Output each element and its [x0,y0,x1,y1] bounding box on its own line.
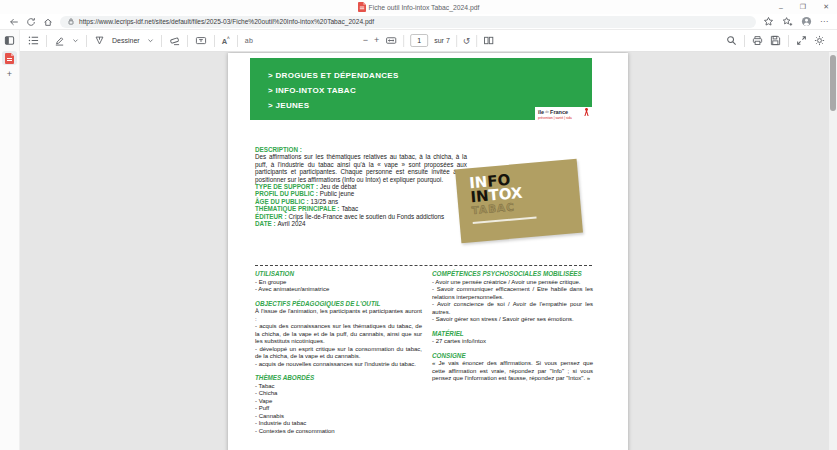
competences-list: - Avoir une pensée créatrice / Avoir une… [432,279,593,324]
save-icon[interactable] [770,35,781,46]
draw-pen-icon[interactable] [94,35,105,46]
consigne-body: « Je vais énoncer des affirmations. Si v… [432,360,593,383]
search-icon[interactable] [726,35,737,46]
add-text-icon[interactable]: A^ [222,36,230,46]
list-item: - acquis des connaissances sur les théma… [255,323,422,346]
list-item: - Puff [255,405,422,413]
page-number-input[interactable] [410,34,428,47]
toolbar-divider [86,35,87,47]
favorite-star-icon[interactable] [763,16,774,27]
left-column: UTILISATION - En groupe- Avec animateur/… [255,270,422,441]
description-field: THÉMATIQUE PRINCIPALE :Tabac [255,205,467,212]
dotted-separator [255,265,592,266]
browser-titlebar: Fiche outil Info-intox Tabac_2024.pdf – … [0,0,837,14]
red-ribbon-icon [584,108,589,116]
list-item: - acquis de nouvelles connaissances sur … [255,361,422,369]
home-button[interactable] [43,17,53,27]
print-icon[interactable] [752,35,763,46]
list-item: - Tabac [255,383,422,391]
logo-text: de [545,110,549,114]
read-aloud-icon[interactable]: ab [245,37,254,44]
scrollbar-thumb[interactable] [830,55,836,111]
maximize-button[interactable]: ❐ [800,3,806,11]
toolbar-divider [187,35,188,47]
logo-text: île [538,109,544,115]
list-item: - Savoir communiquer efficacement / Etre… [432,286,593,301]
eraser-icon[interactable] [169,35,180,46]
themes-title: THÈMES ABORDÉS [255,374,422,383]
url-text: https://www.lecrips-idf.net/sites/defaul… [79,18,374,25]
toolbar-divider [46,35,47,47]
text-box-icon[interactable] [195,35,207,46]
pdf-toolbar: Dessiner A^ ab − + [20,30,837,52]
settings-gear-icon[interactable] [814,35,825,46]
logo-tagline: prévention | santé | sida [538,116,589,120]
toolbar-divider [403,35,404,47]
toolbar-divider [214,35,215,47]
page-view-icon[interactable] [483,35,494,46]
minimize-button[interactable]: – [779,4,783,11]
toolbar-divider [237,35,238,47]
description-field: DATE :Avril 2024 [255,220,467,227]
logo-text: France [550,109,568,115]
toolbar-divider [744,35,745,47]
description-field: ÉDITEUR :Crips Île-de-France avec le sou… [255,213,467,220]
utilisation-list: - En groupe- Avec animateur/animatrice [255,279,422,294]
list-item: - Avec animateur/animatrice [255,286,422,294]
highlight-chevron-icon[interactable] [72,37,79,44]
description-field: PROFIL DU PUBLIC :Public jeune [255,190,467,197]
fit-to-width-icon[interactable] [385,35,397,46]
close-button[interactable]: ✕ [823,3,829,11]
list-item: - 27 cartes info/intox [432,338,593,346]
url-field[interactable]: https://www.lecrips-idf.net/sites/defaul… [60,16,756,28]
table-of-contents-icon[interactable] [28,35,39,46]
right-column: COMPÉTENCES PSYCHOSOCIALES MOBILISÉES - … [432,270,593,441]
list-item: - Savoir gérer son stress / Savoir gérer… [432,316,593,324]
expand-icon[interactable] [796,35,807,46]
list-item: - Cannabis [255,413,422,421]
list-item: - En groupe [255,279,422,287]
address-bar: https://www.lecrips-idf.net/sites/defaul… [0,14,837,30]
card-caption-line [473,217,537,225]
add-to-collections-icon[interactable] [782,16,793,27]
list-item: - développé un esprit critique sur la co… [255,346,422,361]
active-tab[interactable]: Fiche outil Info-intox Tabac_2024.pdf [358,2,480,12]
back-button[interactable] [9,17,19,27]
draw-chevron-icon[interactable] [147,37,154,44]
description-field: TYPE DE SUPPORT :Jeu de débat [255,183,467,190]
objectifs-intro: À l'issue de l'animation, les participan… [255,308,422,323]
tab-title: Fiche outil Info-intox Tabac_2024.pdf [369,4,480,11]
ile-de-france-logo: île de France prévention | santé | sida [535,107,592,120]
list-item: - Industrie du tabac [255,420,422,428]
rail-pdf-tab[interactable] [2,51,17,65]
list-item: - Chicha [255,390,422,398]
utilisation-title: UTILISATION [255,270,422,279]
objectifs-list: - acquis des connaissances sur les théma… [255,323,422,368]
header-line: > DROGUES ET DÉPENDANCES [268,68,592,83]
zoom-in-button[interactable]: + [374,36,379,45]
viewer-scrollbar[interactable] [829,52,837,450]
pane-toggle-icon[interactable] [4,35,15,46]
materiel-list: - 27 cartes info/intox [432,338,593,346]
toolbar-divider [161,35,162,47]
page-count-label: sur 7 [434,37,450,44]
header-line: > INFO-INTOX TABAC [268,83,592,98]
toolbar-divider [476,35,477,47]
materiel-title: MATÉRIEL [432,330,593,339]
refresh-button[interactable] [26,17,36,27]
more-menu-icon[interactable]: ⋯ [820,17,828,26]
pdf-page: > DROGUES ET DÉPENDANCES> INFO-INTOX TAB… [228,53,628,450]
description-section: DESCRIPTION : Des affirmations sur les t… [255,146,467,227]
draw-button-label[interactable]: Dessiner [112,37,140,44]
list-item: - Contextes de consommation [255,428,422,436]
list-item: - Vape [255,398,422,406]
zoom-out-button[interactable]: − [363,36,368,45]
toolbar-divider [456,35,457,47]
pdf-file-icon [358,2,366,12]
pdf-file-icon [5,53,14,64]
highlight-icon[interactable] [54,35,65,46]
new-tab-button[interactable]: + [7,70,12,79]
description-label: DESCRIPTION : [255,146,465,153]
rotate-icon[interactable]: ↺ [463,36,471,46]
profile-avatar[interactable] [801,16,812,27]
